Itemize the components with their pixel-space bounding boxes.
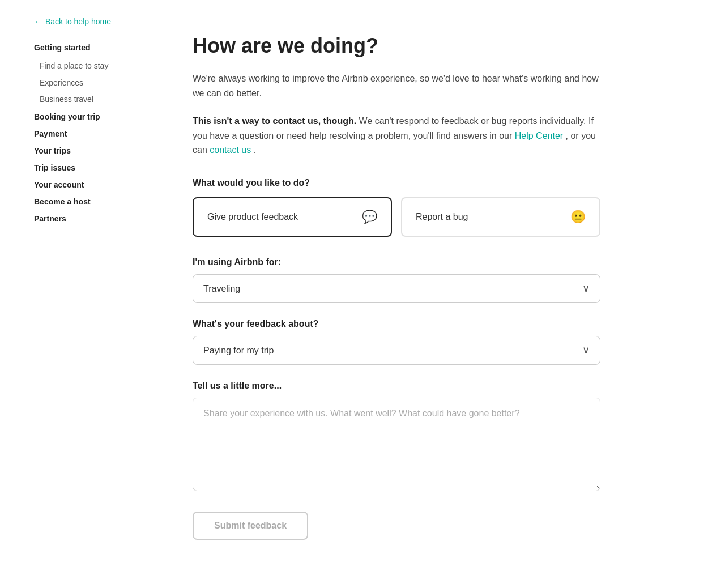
using-select-wrapper: Traveling Hosting Both ∨ [193, 274, 600, 303]
feedback-about-label: What's your feedback about? [193, 319, 600, 329]
getting-started-section-title: Getting started [34, 43, 142, 52]
sidebar-nav-trip-issues[interactable]: Trip issues [34, 159, 142, 176]
tell-more-section: Tell us a little more... [193, 381, 600, 491]
option-cards: Give product feedback 💬 Report a bug 😐 [193, 197, 600, 237]
sidebar-nav-partners[interactable]: Partners [34, 210, 142, 227]
sidebar-nav-become-host[interactable]: Become a host [34, 193, 142, 210]
arrow-left-icon: ← [34, 17, 42, 26]
notice-bold: This isn't a way to contact us, though. [193, 116, 356, 126]
sidebar-item-find-place[interactable]: Find a place to stay [34, 58, 142, 75]
help-center-link[interactable]: Help Center [515, 131, 563, 140]
tell-more-label: Tell us a little more... [193, 381, 600, 391]
feedback-about-select[interactable]: Paying for my trip Booking Account Other [193, 336, 600, 364]
contact-us-link[interactable]: contact us [210, 145, 251, 155]
sidebar-nav-payment[interactable]: Payment [34, 125, 142, 142]
using-label: I'm using Airbnb for: [193, 257, 600, 267]
sidebar-item-business-travel[interactable]: Business travel [34, 91, 142, 108]
main-content: How are we doing? We're always working t… [159, 0, 725, 588]
intro-text: We're always working to improve the Airb… [193, 71, 600, 100]
using-select[interactable]: Traveling Hosting Both [193, 275, 600, 302]
notice-text: This isn't a way to contact us, though. … [193, 114, 600, 157]
submit-feedback-button[interactable]: Submit feedback [193, 512, 308, 540]
action-label: What would you like to do? [193, 178, 680, 188]
using-airbnb-section: I'm using Airbnb for: Traveling Hosting … [193, 257, 600, 303]
textarea-wrapper [193, 398, 600, 491]
notice-end: . [254, 145, 256, 155]
sidebar-item-experiences[interactable]: Experiences [34, 75, 142, 92]
sidebar: ← Back to help home Getting started Find… [0, 0, 159, 588]
option-feedback-label: Give product feedback [207, 212, 298, 222]
option-feedback-card[interactable]: Give product feedback 💬 [193, 197, 392, 237]
option-bug-label: Report a bug [416, 212, 468, 222]
feedback-about-select-wrapper: Paying for my trip Booking Account Other… [193, 336, 600, 365]
bug-icon: 😐 [570, 210, 586, 224]
chat-icon: 💬 [362, 210, 377, 224]
page-title: How are we doing? [193, 34, 680, 58]
feedback-about-section: What's your feedback about? Paying for m… [193, 319, 600, 365]
sidebar-nav-booking[interactable]: Booking your trip [34, 108, 142, 125]
sidebar-nav-your-account[interactable]: Your account [34, 176, 142, 193]
option-bug-card[interactable]: Report a bug 😐 [401, 197, 600, 237]
back-link[interactable]: ← Back to help home [34, 17, 142, 26]
feedback-textarea[interactable] [193, 398, 600, 489]
back-link-label: Back to help home [45, 17, 111, 26]
sidebar-nav-your-trips[interactable]: Your trips [34, 142, 142, 159]
